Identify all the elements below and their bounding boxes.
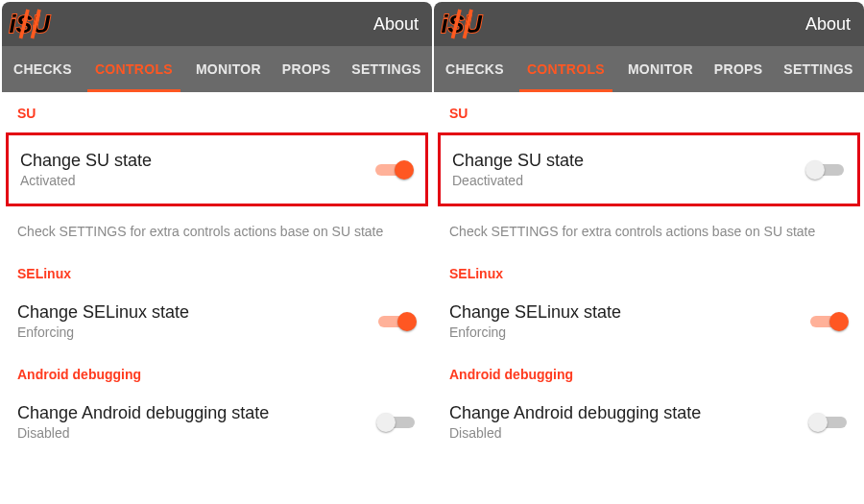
screen-body: SU Change SU state Deactivated Check SET… — [434, 92, 864, 502]
svg-text:iSU: iSU — [10, 11, 51, 37]
screen-body: SU Change SU state Activated Check SETTI… — [2, 92, 432, 502]
row-title: Change SELinux state — [17, 302, 189, 323]
row-change-su-state[interactable]: Change SU state Activated — [9, 135, 425, 204]
toggle-selinux-state[interactable] — [808, 310, 849, 333]
section-selinux-label: SELinux — [434, 252, 864, 293]
tab-bar: CHECKS CONTROLS MONITOR PROPS SETTINGS — [2, 46, 432, 92]
section-su-label: SU — [2, 92, 432, 132]
tab-checks[interactable]: CHECKS — [434, 46, 516, 92]
app-logo-isu: iSU — [440, 7, 497, 41]
su-row-highlighted: Change SU state Activated — [6, 132, 428, 206]
row-title: Change SU state — [452, 151, 584, 171]
app-logo-isu: iSU — [8, 7, 65, 41]
su-hint-text: Check SETTINGS for extra controls action… — [2, 210, 432, 252]
app-header: iSU About — [434, 2, 864, 46]
toggle-thumb — [805, 160, 825, 180]
row-change-selinux-state[interactable]: Change SELinux state Enforcing — [434, 293, 864, 351]
row-texts: Change Android debugging state Disabled — [17, 403, 269, 441]
tab-monitor[interactable]: MONITOR — [184, 46, 273, 92]
row-subtitle: Disabled — [17, 425, 269, 441]
screenshot-pair: iSU About CHECKS CONTROLS MONITOR PROPS … — [0, 0, 864, 504]
toggle-thumb — [376, 413, 396, 432]
row-subtitle: Deactivated — [452, 173, 584, 188]
tab-controls[interactable]: CONTROLS — [84, 46, 184, 92]
row-title: Change Android debugging state — [17, 403, 269, 423]
row-title: Change SU state — [20, 151, 152, 171]
su-hint-text: Check SETTINGS for extra controls action… — [434, 210, 864, 252]
tab-props[interactable]: PROPS — [705, 46, 773, 92]
row-subtitle: Enforcing — [17, 324, 189, 340]
tab-settings[interactable]: SETTINGS — [772, 46, 864, 92]
section-android-debugging-label: Android debugging — [434, 351, 864, 394]
tab-controls[interactable]: CONTROLS — [516, 46, 616, 92]
row-change-selinux-state[interactable]: Change SELinux state Enforcing — [2, 293, 432, 351]
su-row-highlighted: Change SU state Deactivated — [438, 132, 860, 206]
toggle-su-state[interactable] — [805, 158, 846, 181]
row-subtitle: Enforcing — [449, 324, 621, 340]
row-texts: Change SU state Activated — [20, 151, 152, 188]
section-android-debugging-label: Android debugging — [2, 351, 432, 394]
row-texts: Change SU state Deactivated — [452, 151, 584, 188]
tab-props[interactable]: PROPS — [273, 46, 341, 92]
row-change-su-state[interactable]: Change SU state Deactivated — [441, 135, 857, 204]
tab-checks[interactable]: CHECKS — [2, 46, 84, 92]
toggle-thumb — [829, 312, 849, 331]
row-subtitle: Disabled — [449, 425, 701, 441]
row-subtitle: Activated — [20, 173, 152, 188]
toggle-thumb — [395, 160, 414, 180]
svg-text:iSU: iSU — [442, 11, 483, 37]
row-texts: Change SELinux state Enforcing — [449, 302, 621, 340]
toggle-adbg-state[interactable] — [808, 411, 849, 434]
section-selinux-label: SELinux — [2, 252, 432, 293]
toggle-su-state[interactable] — [373, 158, 414, 181]
toggle-thumb — [397, 312, 417, 331]
row-title: Change SELinux state — [449, 302, 621, 323]
toggle-adbg-state[interactable] — [376, 411, 417, 434]
row-texts: Change SELinux state Enforcing — [17, 302, 189, 340]
screen-right: iSU About CHECKS CONTROLS MONITOR PROPS … — [434, 2, 864, 502]
tab-bar: CHECKS CONTROLS MONITOR PROPS SETTINGS — [434, 46, 864, 92]
screen-left: iSU About CHECKS CONTROLS MONITOR PROPS … — [2, 2, 432, 502]
row-change-adbg-state[interactable]: Change Android debugging state Disabled — [2, 394, 432, 452]
row-title: Change Android debugging state — [449, 403, 701, 423]
app-header: iSU About — [2, 2, 432, 46]
row-change-adbg-state[interactable]: Change Android debugging state Disabled — [434, 394, 864, 452]
tab-monitor[interactable]: MONITOR — [616, 46, 705, 92]
section-su-label: SU — [434, 92, 864, 132]
toggle-thumb — [808, 413, 828, 432]
about-link[interactable]: About — [373, 14, 419, 35]
tab-settings[interactable]: SETTINGS — [340, 46, 432, 92]
toggle-selinux-state[interactable] — [376, 310, 417, 333]
about-link[interactable]: About — [805, 14, 851, 35]
row-texts: Change Android debugging state Disabled — [449, 403, 701, 441]
